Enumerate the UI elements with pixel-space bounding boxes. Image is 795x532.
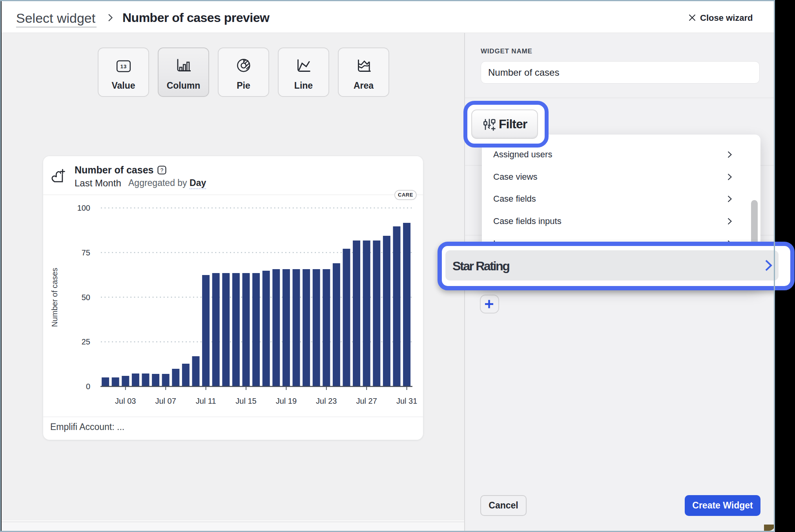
svg-text:Number of cases: Number of cases [50,268,59,327]
svg-text:50: 50 [82,293,90,302]
svg-text:25: 25 [82,337,90,346]
svg-text:75: 75 [82,248,90,257]
svg-text:Jul 03: Jul 03 [115,397,136,405]
svg-text:Jul 31: Jul 31 [396,397,417,405]
svg-text:100: 100 [77,204,90,212]
svg-text:?: ? [160,167,164,173]
svg-text:0: 0 [86,382,90,391]
svg-text:13: 13 [120,64,126,69]
svg-text:Jul 23: Jul 23 [316,397,337,405]
svg-text:Jul 07: Jul 07 [155,397,176,405]
svg-text:Jul 19: Jul 19 [276,397,297,405]
svg-text:Jul 27: Jul 27 [356,397,377,405]
svg-text:Jul 11: Jul 11 [196,397,216,405]
svg-text:Jul 15: Jul 15 [235,397,256,405]
